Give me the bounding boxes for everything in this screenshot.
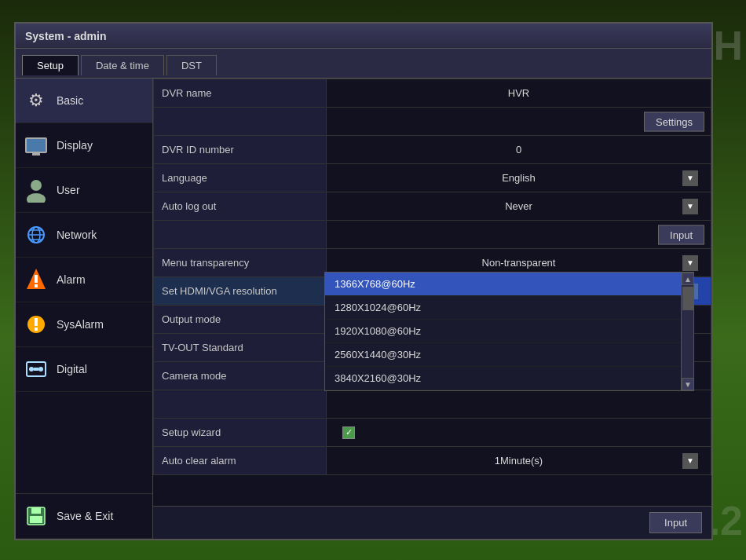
sidebar-label-sysalarm: SysAlarm: [57, 318, 104, 331]
alarm-icon: [22, 265, 50, 294]
sidebar-item-user[interactable]: User: [16, 168, 152, 213]
sidebar-label-basic: Basic: [57, 94, 83, 107]
svg-point-14: [29, 367, 34, 372]
scrollbar-up-btn[interactable]: ▲: [682, 273, 694, 285]
label-hdmi-resolution: Set HDMI/VGA resolution: [154, 277, 327, 306]
sidebar-item-basic[interactable]: ⚙ Basic: [16, 79, 152, 123]
sidebar-label-save-exit: Save & Exit: [57, 510, 113, 522]
label-camera-mode: Camera mode: [154, 362, 327, 390]
label-auto-clear-alarm: Auto clear alarm: [154, 447, 327, 475]
sysalarm-icon: [22, 310, 50, 339]
row-dvr-name: DVR name HVR: [154, 79, 711, 108]
sidebar-item-display[interactable]: Display: [16, 123, 152, 168]
user-icon: [22, 176, 50, 204]
dropdown-option-1280[interactable]: 1280X1024@60Hz: [325, 296, 693, 320]
dvr-id-value: 0: [516, 144, 521, 156]
svg-rect-9: [35, 284, 38, 287]
svg-point-15: [38, 367, 43, 372]
tab-dst[interactable]: DST: [166, 55, 217, 75]
label-blank: [154, 390, 327, 419]
row-input-btn: Input: [154, 221, 711, 249]
row-settings-btn: Settings: [154, 108, 711, 136]
label-output-mode: Output mode: [154, 306, 327, 334]
dropdown-option-1366[interactable]: 1366X768@60Hz: [325, 273, 693, 296]
sidebar-item-network[interactable]: Network: [16, 213, 152, 258]
network-icon: [22, 221, 50, 249]
row-blank: [154, 390, 711, 419]
title-bar: System - admin: [16, 24, 711, 49]
row-auto-logout: Auto log out Never ▼: [154, 192, 711, 221]
sidebar-label-user: User: [57, 184, 80, 196]
gear-icon: ⚙: [22, 86, 50, 115]
setup-wizard-checkbox-cell: ✓: [335, 426, 703, 439]
menu-transparency-dropdown[interactable]: Non-transparent ▼: [335, 254, 703, 272]
row-auto-clear-alarm: Auto clear alarm 1Minute(s) ▼: [154, 447, 711, 475]
svg-rect-12: [35, 328, 38, 331]
sidebar-label-display: Display: [57, 139, 93, 152]
dropdown-options-list: 1366X768@60Hz 1280X1024@60Hz 1920X1080@6…: [325, 273, 693, 390]
label-language: Language: [154, 164, 327, 192]
value-dvr-name: HVR: [327, 79, 711, 108]
input-button-row[interactable]: Input: [658, 225, 704, 244]
auto-logout-dropdown[interactable]: Never ▼: [335, 197, 703, 215]
svg-rect-8: [35, 275, 38, 283]
label-tv-out: TV-OUT Standard: [154, 334, 327, 362]
sidebar: ⚙ Basic Display Us: [16, 79, 153, 539]
digital-icon: [22, 355, 50, 383]
label-menu-transparency: Menu transparency: [154, 249, 327, 277]
menu-transparency-value: Non-transparent: [482, 257, 556, 269]
language-arrow[interactable]: ▼: [682, 170, 698, 186]
svg-rect-18: [31, 507, 41, 514]
label-dvr-id: DVR ID number: [154, 136, 327, 164]
dropdown-option-2560[interactable]: 2560X1440@30Hz: [325, 343, 693, 367]
language-dropdown[interactable]: English ▼: [335, 169, 703, 187]
sidebar-label-digital: Digital: [57, 363, 87, 375]
cell-auto-clear-alarm[interactable]: 1Minute(s) ▼: [327, 447, 711, 475]
tab-date-time[interactable]: Date & time: [81, 55, 164, 75]
sidebar-label-alarm: Alarm: [57, 273, 86, 286]
main-panel: DVR name HVR Settings DVR ID: [153, 79, 711, 539]
value-dvr-id: 0: [327, 136, 711, 164]
window-title: System - admin: [25, 30, 106, 42]
save-icon: [22, 502, 50, 530]
auto-logout-arrow[interactable]: ▼: [682, 199, 698, 214]
menu-transparency-arrow[interactable]: ▼: [682, 255, 698, 271]
cell-auto-logout[interactable]: Never ▼: [327, 192, 711, 221]
row-language: Language English ▼: [154, 164, 711, 192]
dropdown-option-1920[interactable]: 1920X1080@60Hz: [325, 320, 693, 343]
bottom-bar: Input: [153, 506, 711, 539]
bottom-input-button[interactable]: Input: [649, 512, 702, 533]
display-icon: [22, 131, 50, 159]
scrollbar-thumb[interactable]: [682, 287, 693, 310]
row-dvr-id: DVR ID number 0: [154, 136, 711, 164]
scrollbar-down-btn[interactable]: ▼: [682, 378, 694, 390]
cell-language[interactable]: English ▼: [327, 164, 711, 192]
label-auto-logout: Auto log out: [154, 192, 327, 221]
setup-wizard-checkbox[interactable]: ✓: [342, 426, 355, 439]
svg-point-0: [31, 180, 42, 191]
auto-logout-value: Never: [505, 200, 532, 212]
content-area: ⚙ Basic Display Us: [16, 79, 711, 539]
settings-button[interactable]: Settings: [644, 112, 704, 131]
sidebar-item-save-exit[interactable]: Save & Exit: [16, 493, 152, 539]
sidebar-item-digital[interactable]: Digital: [16, 347, 152, 392]
tab-setup[interactable]: Setup: [22, 55, 79, 75]
auto-clear-alarm-arrow[interactable]: ▼: [682, 453, 698, 469]
dropdown-option-3840[interactable]: 3840X2160@30Hz: [325, 367, 693, 390]
cell-setup-wizard[interactable]: ✓: [327, 419, 711, 447]
label-dvr-name: DVR name: [154, 79, 327, 108]
cell-settings-btn: Settings: [327, 108, 711, 136]
dvr-name-value: HVR: [508, 87, 529, 99]
label-setup-wizard: Setup wizard: [154, 419, 327, 447]
hdmi-resolution-dropdown-overlay: 1366X768@60Hz 1280X1024@60Hz 1920X1080@6…: [324, 272, 694, 391]
sidebar-item-alarm[interactable]: Alarm: [16, 258, 152, 302]
system-dialog: System - admin Setup Date & time DST ⚙ B…: [14, 22, 713, 540]
svg-rect-16: [34, 368, 38, 371]
sidebar-item-sysalarm[interactable]: SysAlarm: [16, 302, 152, 347]
dropdown-scrollbar: ▲ ▼: [681, 273, 693, 390]
auto-clear-alarm-dropdown[interactable]: 1Minute(s) ▼: [335, 452, 703, 470]
row-setup-wizard: Setup wizard ✓: [154, 419, 711, 447]
sidebar-label-network: Network: [57, 229, 97, 241]
auto-clear-alarm-value: 1Minute(s): [495, 455, 543, 467]
svg-rect-19: [30, 516, 42, 523]
